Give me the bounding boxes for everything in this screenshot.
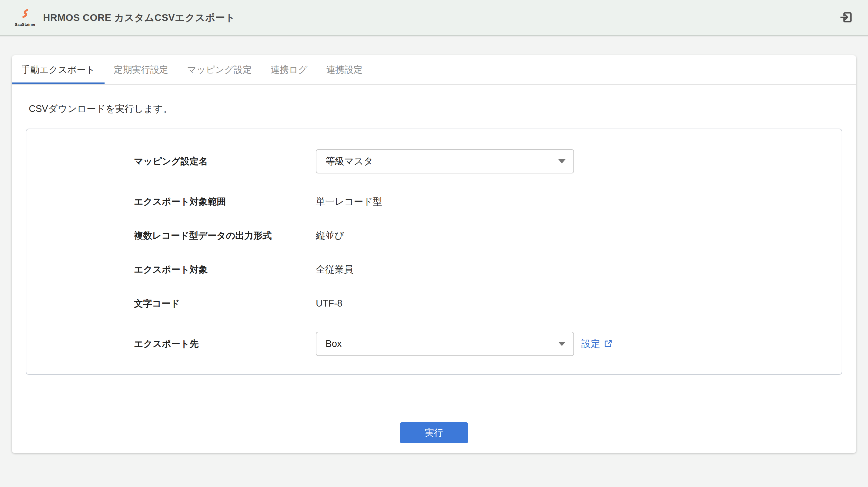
field-label: 文字コード — [134, 298, 316, 309]
form-row-multi-record-output-format: 複数レコード型データの出力形式 縦並び — [26, 230, 842, 241]
caret-down-icon — [558, 159, 565, 163]
caret-down-icon — [558, 342, 565, 346]
field-value: 単一レコード型 — [316, 196, 382, 207]
select-value: 等級マスタ — [326, 155, 373, 168]
page-title: HRMOS CORE カスタムCSVエクスポート — [43, 11, 235, 25]
app-header: SaaStainer HRMOS CORE カスタムCSVエクスポート — [0, 0, 868, 36]
field-label: エクスポート先 — [134, 338, 316, 349]
saastainer-logo: SaaStainer — [12, 9, 38, 27]
field-label: エクスポート対象範囲 — [134, 196, 316, 207]
tab-bar: 手動エクスポート 定期実行設定 マッピング設定 連携ログ 連携設定 — [12, 55, 856, 85]
page-description: CSVダウンロードを実行します。 — [29, 103, 842, 115]
export-form-panel: マッピング設定名 等級マスタ エクスポート対象範囲 単一レコード型 複数レコード… — [26, 128, 842, 375]
destination-settings-link[interactable]: 設定 — [581, 337, 613, 350]
field-label: マッピング設定名 — [134, 156, 316, 167]
tab-integration-log[interactable]: 連携ログ — [261, 55, 317, 84]
logo-text: SaaStainer — [14, 22, 35, 27]
field-label: エクスポート対象 — [134, 264, 316, 275]
tab-mapping-settings[interactable]: マッピング設定 — [178, 55, 261, 84]
exit-icon — [839, 10, 854, 26]
open-in-new-icon — [603, 339, 613, 349]
saastainer-lightning-icon — [20, 9, 30, 22]
form-row-export-target-range: エクスポート対象範囲 単一レコード型 — [26, 196, 842, 207]
tab-scheduled-execution-settings[interactable]: 定期実行設定 — [104, 55, 178, 84]
form-row-export-destination: エクスポート先 Box 設定 — [26, 332, 842, 356]
main-card: 手動エクスポート 定期実行設定 マッピング設定 連携ログ 連携設定 CSVダウン… — [12, 55, 856, 453]
export-destination-select[interactable]: Box — [316, 332, 574, 356]
field-value: 全従業員 — [316, 264, 353, 275]
tab-integration-settings[interactable]: 連携設定 — [317, 55, 372, 84]
form-row-export-target: エクスポート対象 全従業員 — [26, 264, 842, 275]
field-value: UTF-8 — [316, 298, 342, 309]
field-label: 複数レコード型データの出力形式 — [134, 230, 316, 241]
tab-manual-export[interactable]: 手動エクスポート — [12, 55, 104, 84]
field-value: 縦並び — [316, 230, 344, 241]
settings-link-label: 設定 — [581, 337, 600, 350]
form-row-character-code: 文字コード UTF-8 — [26, 298, 842, 309]
logout-button[interactable] — [838, 9, 855, 26]
mapping-setting-select[interactable]: 等級マスタ — [316, 149, 574, 174]
form-row-mapping-setting-name: マッピング設定名 等級マスタ — [26, 149, 842, 174]
select-value: Box — [326, 338, 342, 349]
execute-button[interactable]: 実行 — [400, 422, 468, 443]
